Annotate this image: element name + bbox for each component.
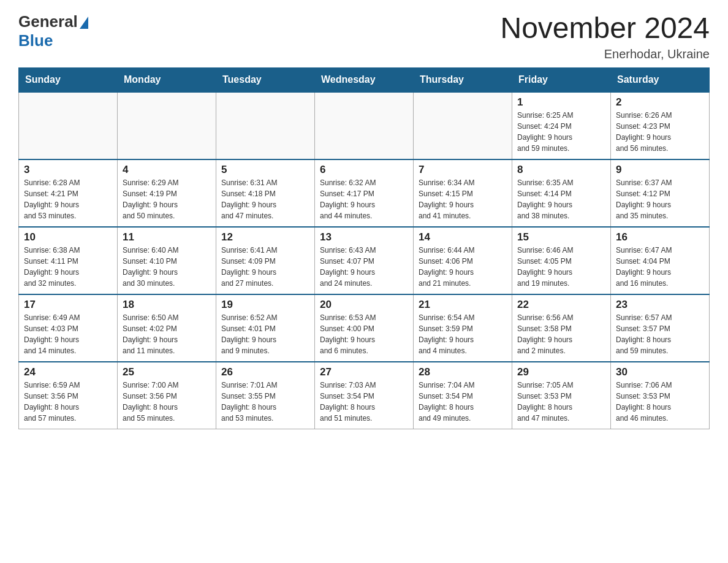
- calendar-week-row: 3Sunrise: 6:28 AMSunset: 4:21 PMDaylight…: [19, 159, 710, 227]
- day-number: 14: [419, 231, 507, 243]
- day-number: 29: [517, 366, 605, 378]
- col-header-monday: Monday: [118, 67, 216, 92]
- calendar-cell: 13Sunrise: 6:43 AMSunset: 4:07 PMDayligh…: [315, 227, 414, 294]
- calendar-cell: 21Sunrise: 6:54 AMSunset: 3:59 PMDayligh…: [414, 294, 512, 362]
- calendar-cell: 14Sunrise: 6:44 AMSunset: 4:06 PMDayligh…: [414, 227, 512, 294]
- title-section: November 2024 Enerhodar, Ukraine: [500, 12, 710, 61]
- day-number: 6: [320, 164, 408, 176]
- day-info: Sunrise: 6:35 AMSunset: 4:14 PMDaylight:…: [517, 177, 605, 221]
- day-number: 22: [517, 299, 605, 311]
- calendar-cell: 3Sunrise: 6:28 AMSunset: 4:21 PMDaylight…: [19, 159, 118, 227]
- calendar-cell: [315, 92, 414, 159]
- day-number: 28: [419, 366, 507, 378]
- day-number: 16: [616, 231, 704, 243]
- calendar-cell: 17Sunrise: 6:49 AMSunset: 4:03 PMDayligh…: [19, 294, 118, 362]
- calendar-cell: 4Sunrise: 6:29 AMSunset: 4:19 PMDaylight…: [118, 159, 216, 227]
- calendar-cell: 1Sunrise: 6:25 AMSunset: 4:24 PMDaylight…: [512, 92, 611, 159]
- day-number: 3: [24, 164, 112, 176]
- day-info: Sunrise: 6:47 AMSunset: 4:04 PMDaylight:…: [616, 245, 704, 289]
- calendar-cell: 26Sunrise: 7:01 AMSunset: 3:55 PMDayligh…: [216, 362, 315, 429]
- calendar-cell: 8Sunrise: 6:35 AMSunset: 4:14 PMDaylight…: [512, 159, 611, 227]
- day-info: Sunrise: 6:46 AMSunset: 4:05 PMDaylight:…: [517, 245, 605, 289]
- day-number: 19: [221, 299, 309, 311]
- day-number: 21: [419, 299, 507, 311]
- calendar-cell: [216, 92, 315, 159]
- calendar-cell: [414, 92, 512, 159]
- calendar-cell: 28Sunrise: 7:04 AMSunset: 3:54 PMDayligh…: [414, 362, 512, 429]
- day-number: 2: [616, 96, 704, 109]
- day-number: 7: [419, 164, 507, 176]
- day-info: Sunrise: 6:31 AMSunset: 4:18 PMDaylight:…: [221, 177, 309, 221]
- day-info: Sunrise: 6:52 AMSunset: 4:01 PMDaylight:…: [221, 312, 309, 356]
- logo-blue-text: Blue: [18, 31, 53, 50]
- calendar-cell: 12Sunrise: 6:41 AMSunset: 4:09 PMDayligh…: [216, 227, 315, 294]
- day-info: Sunrise: 7:03 AMSunset: 3:54 PMDaylight:…: [320, 380, 408, 424]
- day-info: Sunrise: 6:56 AMSunset: 3:58 PMDaylight:…: [517, 312, 605, 356]
- col-header-thursday: Thursday: [414, 67, 512, 92]
- day-info: Sunrise: 6:44 AMSunset: 4:06 PMDaylight:…: [419, 245, 507, 289]
- day-number: 18: [123, 299, 211, 311]
- page-header: General Blue November 2024 Enerhodar, Uk…: [18, 12, 710, 61]
- calendar-cell: [118, 92, 216, 159]
- day-info: Sunrise: 7:06 AMSunset: 3:53 PMDaylight:…: [616, 380, 704, 424]
- day-info: Sunrise: 6:34 AMSunset: 4:15 PMDaylight:…: [419, 177, 507, 221]
- day-info: Sunrise: 7:04 AMSunset: 3:54 PMDaylight:…: [419, 380, 507, 424]
- col-header-saturday: Saturday: [611, 67, 710, 92]
- calendar-week-row: 1Sunrise: 6:25 AMSunset: 4:24 PMDaylight…: [19, 92, 710, 159]
- col-header-wednesday: Wednesday: [315, 67, 414, 92]
- calendar-cell: 2Sunrise: 6:26 AMSunset: 4:23 PMDaylight…: [611, 92, 710, 159]
- day-number: 27: [320, 366, 408, 378]
- day-number: 5: [221, 164, 309, 176]
- day-info: Sunrise: 6:53 AMSunset: 4:00 PMDaylight:…: [320, 312, 408, 356]
- calendar-cell: 20Sunrise: 6:53 AMSunset: 4:00 PMDayligh…: [315, 294, 414, 362]
- day-number: 23: [616, 299, 704, 311]
- col-header-tuesday: Tuesday: [216, 67, 315, 92]
- day-info: Sunrise: 7:00 AMSunset: 3:56 PMDaylight:…: [123, 380, 211, 424]
- day-info: Sunrise: 6:54 AMSunset: 3:59 PMDaylight:…: [419, 312, 507, 356]
- month-title: November 2024: [500, 12, 710, 45]
- calendar-cell: 25Sunrise: 7:00 AMSunset: 3:56 PMDayligh…: [118, 362, 216, 429]
- day-info: Sunrise: 6:28 AMSunset: 4:21 PMDaylight:…: [24, 177, 112, 221]
- calendar-cell: 6Sunrise: 6:32 AMSunset: 4:17 PMDaylight…: [315, 159, 414, 227]
- location: Enerhodar, Ukraine: [500, 47, 710, 61]
- day-number: 25: [123, 366, 211, 378]
- calendar-cell: 19Sunrise: 6:52 AMSunset: 4:01 PMDayligh…: [216, 294, 315, 362]
- calendar-cell: [19, 92, 118, 159]
- day-number: 30: [616, 366, 704, 378]
- day-info: Sunrise: 6:43 AMSunset: 4:07 PMDaylight:…: [320, 245, 408, 289]
- logo: General Blue: [18, 12, 88, 50]
- day-info: Sunrise: 6:26 AMSunset: 4:23 PMDaylight:…: [616, 110, 704, 154]
- day-info: Sunrise: 6:59 AMSunset: 3:56 PMDaylight:…: [24, 380, 112, 424]
- calendar-cell: 24Sunrise: 6:59 AMSunset: 3:56 PMDayligh…: [19, 362, 118, 429]
- day-number: 12: [221, 231, 309, 243]
- calendar-cell: 18Sunrise: 6:50 AMSunset: 4:02 PMDayligh…: [118, 294, 216, 362]
- day-number: 13: [320, 231, 408, 243]
- calendar-cell: 9Sunrise: 6:37 AMSunset: 4:12 PMDaylight…: [611, 159, 710, 227]
- calendar-cell: 16Sunrise: 6:47 AMSunset: 4:04 PMDayligh…: [611, 227, 710, 294]
- day-info: Sunrise: 6:38 AMSunset: 4:11 PMDaylight:…: [24, 245, 112, 289]
- calendar-cell: 27Sunrise: 7:03 AMSunset: 3:54 PMDayligh…: [315, 362, 414, 429]
- day-number: 8: [517, 164, 605, 176]
- day-number: 20: [320, 299, 408, 311]
- day-number: 1: [517, 96, 605, 109]
- day-info: Sunrise: 6:37 AMSunset: 4:12 PMDaylight:…: [616, 177, 704, 221]
- day-number: 9: [616, 164, 704, 176]
- day-info: Sunrise: 6:40 AMSunset: 4:10 PMDaylight:…: [123, 245, 211, 289]
- day-info: Sunrise: 7:01 AMSunset: 3:55 PMDaylight:…: [221, 380, 309, 424]
- day-number: 26: [221, 366, 309, 378]
- calendar-cell: 7Sunrise: 6:34 AMSunset: 4:15 PMDaylight…: [414, 159, 512, 227]
- calendar-week-row: 10Sunrise: 6:38 AMSunset: 4:11 PMDayligh…: [19, 227, 710, 294]
- calendar-cell: 22Sunrise: 6:56 AMSunset: 3:58 PMDayligh…: [512, 294, 611, 362]
- day-info: Sunrise: 6:57 AMSunset: 3:57 PMDaylight:…: [616, 312, 704, 356]
- calendar-table: SundayMondayTuesdayWednesdayThursdayFrid…: [18, 67, 710, 430]
- col-header-sunday: Sunday: [19, 67, 118, 92]
- calendar-week-row: 17Sunrise: 6:49 AMSunset: 4:03 PMDayligh…: [19, 294, 710, 362]
- calendar-cell: 10Sunrise: 6:38 AMSunset: 4:11 PMDayligh…: [19, 227, 118, 294]
- day-number: 15: [517, 231, 605, 243]
- day-number: 4: [123, 164, 211, 176]
- day-number: 11: [123, 231, 211, 243]
- calendar-header-row: SundayMondayTuesdayWednesdayThursdayFrid…: [19, 67, 710, 92]
- calendar-cell: 11Sunrise: 6:40 AMSunset: 4:10 PMDayligh…: [118, 227, 216, 294]
- day-number: 17: [24, 299, 112, 311]
- day-number: 10: [24, 231, 112, 243]
